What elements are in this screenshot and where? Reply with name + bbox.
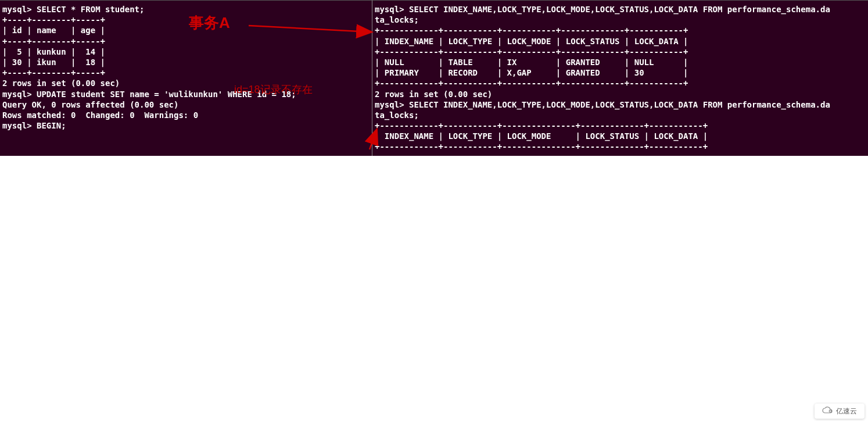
query-ok: Query OK, 0 rows affected (0.00 sec) — [2, 99, 370, 110]
table-border: +------------+-----------+-----------+--… — [375, 25, 866, 35]
table-border: +----+--------+-----+ — [2, 67, 370, 78]
table-border: +------------+-----------+--------------… — [375, 141, 866, 152]
table-row: | 5 | kunkun | 14 | — [2, 47, 370, 57]
svg-point-4 — [829, 410, 831, 412]
sql-select-locks-2: mysql> SELECT INDEX_NAME,LOCK_TYPE,LOCK_… — [375, 99, 866, 110]
sql-select-student: mysql> SELECT * FROM student; — [2, 4, 370, 15]
table-header: | id | name | age | — [2, 25, 370, 35]
watermark-badge: 亿速云 — [815, 404, 865, 419]
table-row: | NULL | TABLE | IX | GRANTED | NULL | — [375, 57, 866, 67]
table-border: +------------+-----------+--------------… — [375, 120, 866, 131]
table-row: | PRIMARY | RECORD | X,GAP | GRANTED | 3… — [375, 67, 866, 78]
table-header: | INDEX_NAME | LOCK_TYPE | LOCK_MODE | L… — [375, 131, 866, 141]
terminal-right[interactable]: mysql> SELECT INDEX_NAME,LOCK_TYPE,LOCK_… — [372, 0, 868, 156]
terminal-left[interactable]: mysql> SELECT * FROM student; +----+----… — [0, 0, 372, 156]
cloud-icon — [822, 406, 834, 416]
table-header: | INDEX_NAME | LOCK_TYPE | LOCK_MODE | L… — [375, 36, 866, 47]
sql-begin: mysql> BEGIN; — [2, 120, 370, 131]
rows-matched: Rows matched: 0 Changed: 0 Warnings: 0 — [2, 110, 370, 120]
sql-select-locks: mysql> SELECT INDEX_NAME,LOCK_TYPE,LOCK_… — [375, 4, 866, 15]
result-summary: 2 rows in set (0.00 sec) — [2, 78, 370, 88]
table-border: +------------+-----------+-----------+--… — [375, 47, 866, 57]
table-border: +----+--------+-----+ — [2, 15, 370, 25]
sql-continuation: ta_locks; — [375, 15, 866, 25]
sql-update: mysql> UPDATE student SET name = 'wuliku… — [2, 89, 370, 99]
watermark-text: 亿速云 — [836, 406, 857, 416]
table-border: +------------+-----------+-----------+--… — [375, 78, 866, 88]
table-border: +----+--------+-----+ — [2, 36, 370, 47]
table-row: | 30 | ikun | 18 | — [2, 57, 370, 67]
result-summary: 2 rows in set (0.00 sec) — [375, 89, 866, 99]
sql-continuation: ta_locks; — [375, 110, 866, 120]
